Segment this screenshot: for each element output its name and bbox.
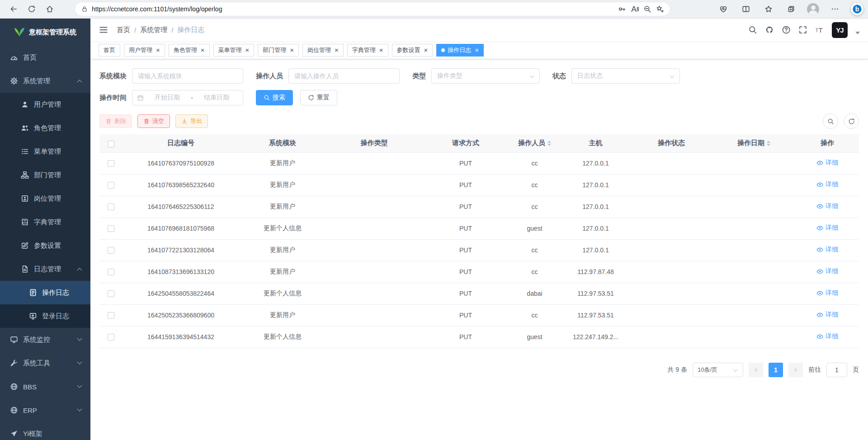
sidebar-item-system-tools[interactable]: 系统工具 [0, 351, 90, 375]
collections-icon[interactable] [784, 2, 798, 16]
sidebar-item-bbs[interactable]: BBS [0, 375, 90, 398]
detail-link[interactable]: 详细 [816, 289, 838, 297]
tab-user-mgmt[interactable]: 用户管理× [124, 44, 165, 57]
detail-link[interactable]: 详细 [816, 311, 838, 319]
tab-param-settings[interactable]: 参数设置× [392, 44, 433, 57]
back-icon[interactable] [5, 2, 23, 16]
column-header[interactable]: 操作人员 [509, 134, 561, 152]
sidebar-item-role-mgmt[interactable]: 角色管理 [0, 116, 90, 140]
sidebar-item-system-monitor[interactable]: 系统监控 [0, 328, 90, 351]
address-bar[interactable]: https://ccnetcore.com:1101/system/log/op… [75, 2, 670, 16]
page-size-select[interactable]: 10条/页 [693, 363, 743, 377]
detail-link[interactable]: 详细 [816, 224, 838, 232]
tab-role-mgmt[interactable]: 角色管理× [169, 44, 210, 57]
export-button[interactable]: 导出 [175, 114, 208, 128]
module-input[interactable] [132, 68, 243, 84]
sidebar-item-log-mgmt[interactable]: 日志管理 [0, 257, 90, 281]
sidebar-item-post-mgmt[interactable]: 岗位管理 [0, 187, 90, 210]
font-size-icon[interactable]: TT [815, 25, 824, 34]
search-icon[interactable] [748, 25, 757, 34]
close-icon[interactable]: × [201, 47, 205, 53]
bing-icon[interactable]: b [851, 3, 863, 15]
add-favorite-icon[interactable] [654, 3, 666, 15]
detail-link[interactable]: 详细 [816, 246, 838, 254]
sort-icon[interactable] [767, 141, 770, 146]
split-screen-icon[interactable] [739, 2, 753, 16]
close-icon[interactable]: × [156, 47, 160, 53]
settings-menu-icon[interactable] [828, 2, 842, 16]
close-icon[interactable]: × [245, 47, 250, 53]
help-icon[interactable] [782, 25, 791, 34]
row-checkbox[interactable] [108, 290, 114, 297]
next-page-button[interactable]: › [788, 363, 803, 377]
tab-post-mgmt[interactable]: 岗位管理× [302, 44, 344, 57]
zoom-out-icon[interactable] [641, 3, 654, 15]
row-checkbox[interactable] [108, 225, 114, 232]
detail-link[interactable]: 详细 [816, 267, 838, 275]
operator-input[interactable] [288, 68, 400, 84]
toggle-search-button[interactable] [823, 114, 838, 129]
tab-menu-mgmt[interactable]: 菜单管理× [213, 44, 255, 57]
browser-essentials-icon[interactable] [717, 2, 730, 16]
favorites-icon[interactable] [762, 2, 775, 16]
detail-link[interactable]: 详细 [816, 159, 838, 167]
app-logo[interactable]: 意框架管理系统 [0, 19, 90, 46]
detail-link[interactable]: 详细 [816, 180, 838, 189]
close-icon[interactable]: × [424, 47, 428, 53]
date-range-picker[interactable]: 开始日期 - 结束日期 [132, 90, 243, 105]
start-date-field[interactable]: 开始日期 [146, 94, 189, 102]
status-select[interactable]: 日志状态 [571, 68, 680, 84]
column-header[interactable]: 操作日期 [712, 134, 796, 152]
sidebar-item-dept-mgmt[interactable]: 部门管理 [0, 163, 90, 187]
search-button[interactable]: 搜索 [256, 90, 293, 105]
detail-link[interactable]: 详细 [816, 202, 838, 210]
row-checkbox[interactable] [108, 312, 114, 319]
close-icon[interactable]: × [379, 47, 383, 53]
row-checkbox[interactable] [108, 269, 114, 275]
reset-button[interactable]: 重置 [300, 90, 337, 105]
close-icon[interactable]: × [290, 47, 294, 53]
select-all-checkbox[interactable] [108, 141, 114, 147]
sidebar-item-menu-mgmt[interactable]: 菜单管理 [0, 140, 90, 163]
row-checkbox[interactable] [108, 247, 114, 254]
breadcrumb-home[interactable]: 首页 [117, 26, 130, 34]
sidebar-toggle-icon[interactable] [99, 25, 108, 35]
sidebar-item-erp[interactable]: ERP [0, 398, 90, 422]
prev-page-button[interactable]: ‹ [749, 363, 763, 377]
page-number-1[interactable]: 1 [769, 363, 783, 377]
tab-oper-log[interactable]: 操作日志× [436, 44, 484, 57]
delete-button[interactable]: 删除 [99, 114, 132, 128]
tab-dict-mgmt[interactable]: 字典管理× [347, 44, 388, 57]
sidebar-item-login-log[interactable]: 登录日志 [0, 304, 90, 328]
type-select[interactable]: 操作类型 [431, 68, 540, 84]
detail-link[interactable]: 详细 [816, 332, 838, 341]
sidebar-item-oper-log[interactable]: 操作日志 [0, 281, 90, 304]
sidebar-item-user-mgmt[interactable]: 用户管理 [0, 93, 90, 116]
close-icon[interactable]: × [335, 47, 339, 53]
sidebar-item-yi-framework[interactable]: Yi框架 [0, 422, 90, 440]
refresh-table-button[interactable] [844, 114, 859, 129]
sidebar-item-home[interactable]: 首页 [0, 46, 90, 69]
sort-icon[interactable] [547, 141, 551, 146]
url-text[interactable]: https://ccnetcore.com:1101/system/log/op… [92, 5, 616, 13]
clear-button[interactable]: 清空 [137, 114, 170, 128]
breadcrumb-system-mgmt[interactable]: 系统管理 [140, 26, 167, 34]
tab-dept-mgmt[interactable]: 部门管理× [258, 44, 299, 57]
row-checkbox[interactable] [108, 160, 114, 167]
browser-home-icon[interactable] [41, 2, 59, 16]
sidebar-item-param-settings[interactable]: 参数设置 [0, 234, 90, 257]
reload-icon[interactable] [23, 2, 41, 16]
row-checkbox[interactable] [108, 203, 114, 210]
tab-home[interactable]: 首页 [99, 44, 120, 57]
fullscreen-icon[interactable] [798, 25, 807, 34]
profile-avatar[interactable] [807, 3, 819, 15]
end-date-field[interactable]: 结束日期 [195, 94, 238, 102]
sidebar-item-dict-mgmt[interactable]: 字典管理 [0, 210, 90, 234]
row-checkbox[interactable] [108, 182, 114, 189]
read-aloud-icon[interactable] [628, 3, 641, 15]
close-icon[interactable]: × [475, 47, 479, 53]
password-key-icon[interactable] [616, 3, 628, 15]
goto-page-input[interactable] [826, 363, 847, 377]
row-checkbox[interactable] [108, 334, 114, 341]
user-avatar[interactable]: YJ [832, 22, 848, 38]
